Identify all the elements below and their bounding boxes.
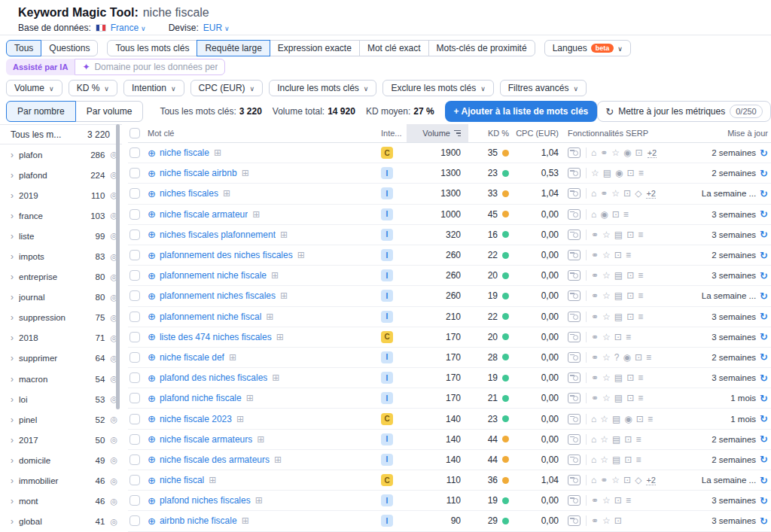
refresh-row-icon[interactable]: ↻ (760, 372, 768, 384)
refresh-row-icon[interactable]: ↻ (760, 475, 768, 486)
column-header-intent[interactable]: Inte... (381, 124, 407, 142)
languages-dropdown[interactable]: Langues beta ∨ (544, 40, 631, 56)
refresh-row-icon[interactable]: ↻ (760, 351, 768, 363)
more-features-badge[interactable]: +2 (648, 148, 657, 158)
sidebar-group-entreprise[interactable]: ›entreprise80◎ (0, 267, 122, 287)
sidebar-scrollbar[interactable] (116, 124, 120, 532)
refresh-row-icon[interactable]: ↻ (760, 413, 768, 424)
sidebar-group-plafond[interactable]: ›plafond224◎ (0, 165, 122, 185)
serp-preview-icon[interactable] (568, 147, 581, 158)
add-keyword-icon[interactable]: ⊕ (148, 372, 156, 384)
sidebar-group-immobilier[interactable]: ›immobilier46◎ (0, 471, 122, 491)
refresh-row-icon[interactable]: ↻ (760, 147, 768, 159)
keyword-link[interactable]: airbnb niche fiscale (160, 515, 237, 526)
serp-preview-icon[interactable] (568, 414, 581, 424)
add-keyword-icon[interactable]: ⊕ (148, 311, 156, 322)
keyword-link[interactable]: niche fiscale des armateurs (160, 454, 270, 465)
add-keyword-icon[interactable]: ⊕ (148, 515, 156, 527)
tab-mots-cl-s-de-proximit-[interactable]: Mots-clés de proximité (428, 40, 535, 56)
keyword-link[interactable]: niche fiscale armateur (160, 209, 248, 220)
column-header-keyword[interactable]: Mot clé (148, 124, 381, 142)
add-keyword-icon[interactable]: ⊕ (148, 454, 156, 465)
row-checkbox[interactable] (130, 515, 140, 526)
serp-snapshot-icon[interactable]: ⊞ (223, 188, 230, 199)
serp-snapshot-icon[interactable]: ⊞ (255, 495, 263, 506)
select-all-checkbox[interactable] (130, 128, 140, 138)
filter-exclure-les-mots-cl-s[interactable]: Exclure les mots clés∨ (382, 80, 493, 96)
column-header-kd[interactable]: KD % (468, 124, 513, 142)
row-checkbox[interactable] (130, 393, 140, 403)
serp-snapshot-icon[interactable]: ⊞ (297, 250, 305, 260)
tab-tous-les-mots-cl-s[interactable]: Tous les mots clés (107, 40, 197, 56)
add-keyword-icon[interactable]: ⊕ (148, 331, 156, 342)
filter-volume[interactable]: Volume∨ (6, 80, 62, 96)
serp-preview-icon[interactable] (568, 454, 581, 465)
serp-snapshot-icon[interactable]: ⊞ (272, 372, 279, 383)
serp-snapshot-icon[interactable]: ⊞ (280, 290, 288, 301)
sidebar-group-plafon[interactable]: ›plafon286◎ (0, 144, 122, 165)
serp-preview-icon[interactable] (568, 188, 581, 199)
sidebar-group-global[interactable]: ›global41◎ (0, 512, 122, 532)
serp-preview-icon[interactable] (568, 250, 581, 260)
add-keyword-icon[interactable]: ⊕ (148, 413, 156, 424)
sidebar-group-france[interactable]: ›france103◎ (0, 205, 122, 226)
serp-preview-icon[interactable] (568, 495, 581, 506)
serp-preview-icon[interactable] (568, 230, 581, 240)
keyword-link[interactable]: niche fiscale (160, 147, 209, 158)
keyword-link[interactable]: plafonnement niche fiscale (160, 270, 267, 281)
serp-snapshot-icon[interactable]: ⊞ (242, 515, 249, 526)
refresh-row-icon[interactable]: ↻ (760, 290, 768, 302)
serp-snapshot-icon[interactable]: ⊞ (257, 434, 264, 445)
keyword-link[interactable]: niche fiscale armateurs (160, 434, 252, 445)
keyword-link[interactable]: niches fiscales (160, 188, 218, 199)
refresh-row-icon[interactable]: ↻ (760, 393, 768, 404)
row-checkbox[interactable] (130, 188, 140, 199)
serp-snapshot-icon[interactable]: ⊞ (236, 414, 244, 424)
add-keyword-icon[interactable]: ⊕ (148, 433, 156, 445)
sidebar-group-liste[interactable]: ›liste99◎ (0, 226, 122, 246)
serp-preview-icon[interactable] (568, 312, 581, 322)
keyword-link[interactable]: niche fiscale def (160, 352, 224, 363)
currency-selector[interactable]: EUR ∨ (203, 23, 230, 33)
serp-preview-icon[interactable] (568, 475, 581, 485)
serp-preview-icon[interactable] (568, 290, 581, 301)
row-checkbox[interactable] (130, 475, 140, 485)
row-checkbox[interactable] (130, 147, 140, 158)
serp-snapshot-icon[interactable]: ⊞ (229, 352, 236, 363)
add-keyword-icon[interactable]: ⊕ (148, 229, 156, 240)
refresh-row-icon[interactable]: ↻ (760, 168, 768, 179)
sidebar-group-2019[interactable]: ›2019110◎ (0, 185, 122, 205)
sidebar-group-supprimer[interactable]: ›supprimer64◎ (0, 348, 122, 369)
keyword-link[interactable]: niche fiscal (160, 475, 204, 485)
refresh-row-icon[interactable]: ↻ (760, 495, 768, 506)
serp-snapshot-icon[interactable]: ⊞ (266, 312, 273, 322)
row-checkbox[interactable] (130, 332, 140, 342)
more-features-badge[interactable]: +2 (646, 189, 656, 199)
keyword-link[interactable]: liste des 474 niches fiscales (160, 332, 272, 342)
tab-tous[interactable]: Tous (6, 40, 41, 56)
keyword-link[interactable]: plafond niche fiscale (160, 393, 242, 403)
tab-expression-exacte[interactable]: Expression exacte (270, 40, 360, 56)
update-metrics-button[interactable]: ↻ Mettre à jour les métriques 0/250 (597, 101, 771, 122)
refresh-row-icon[interactable]: ↻ (760, 229, 768, 240)
serp-preview-icon[interactable] (568, 332, 581, 342)
row-checkbox[interactable] (130, 230, 140, 240)
sidebar-group-journal[interactable]: ›journal80◎ (0, 287, 122, 308)
add-keyword-icon[interactable]: ⊕ (148, 290, 156, 302)
refresh-row-icon[interactable]: ↻ (760, 250, 768, 261)
row-checkbox[interactable] (130, 209, 140, 220)
row-checkbox[interactable] (130, 495, 140, 506)
filter-cpc-eur-[interactable]: CPC (EUR)∨ (190, 80, 264, 96)
serp-snapshot-icon[interactable]: ⊞ (274, 454, 282, 465)
serp-preview-icon[interactable] (568, 168, 581, 178)
refresh-row-icon[interactable]: ↻ (760, 515, 768, 527)
filter-filtres-avanc-s[interactable]: Filtres avancés∨ (500, 80, 587, 96)
tab-mot-cl-exact[interactable]: Mot clé exact (359, 40, 429, 56)
row-checkbox[interactable] (130, 372, 140, 383)
tab-requ-te-large[interactable]: Requête large (197, 40, 270, 56)
add-keyword-icon[interactable]: ⊕ (148, 168, 156, 179)
more-features-badge[interactable]: +2 (646, 476, 656, 485)
add-keyword-icon[interactable]: ⊕ (148, 475, 156, 486)
sidebar-group-suppression[interactable]: ›suppression75◎ (0, 308, 122, 328)
row-checkbox[interactable] (130, 250, 140, 260)
